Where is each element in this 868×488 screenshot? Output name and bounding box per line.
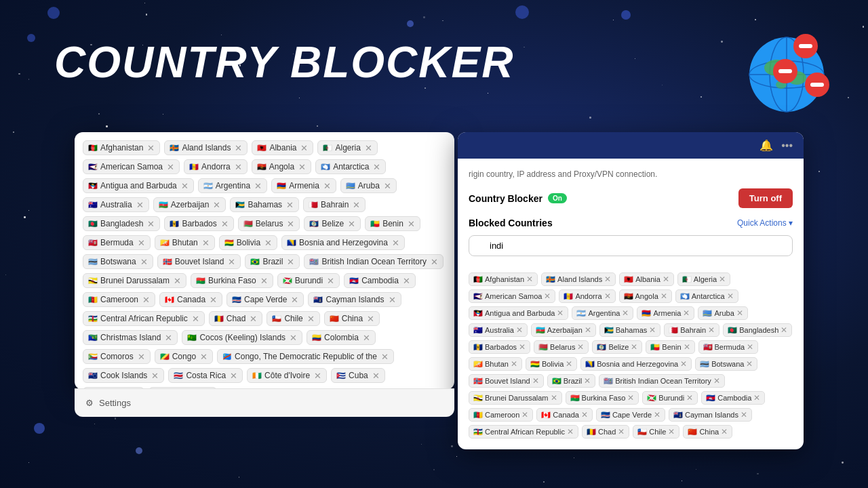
remove-right-tag-button[interactable]: ✕ [519,342,526,352]
remove-right-tag-button[interactable]: ✕ [526,274,533,284]
remove-right-tag-button[interactable]: ✕ [668,427,675,436]
remove-tag-button[interactable]: ✕ [192,314,199,323]
remove-tag-button[interactable]: ✕ [403,277,410,285]
remove-tag-button[interactable]: ✕ [167,163,174,171]
remove-right-tag-button[interactable]: ✕ [511,359,517,369]
remove-tag-button[interactable]: ✕ [210,296,217,304]
flag-icon: 🇦🇷 [576,309,586,318]
search-input[interactable] [469,235,793,256]
remove-right-tag-button[interactable]: ✕ [627,393,634,403]
remove-right-tag-button[interactable]: ✕ [736,308,743,318]
remove-tag-button[interactable]: ✕ [314,371,321,380]
remove-right-tag-button[interactable]: ✕ [567,427,574,436]
remove-right-tag-button[interactable]: ✕ [741,410,747,420]
remove-right-tag-button[interactable]: ✕ [618,427,625,436]
remove-tag-button[interactable]: ✕ [138,352,145,361]
remove-right-tag-button[interactable]: ✕ [577,342,584,352]
turn-off-button[interactable]: Turn off [738,188,793,208]
remove-tag-button[interactable]: ✕ [151,371,159,380]
remove-tag-button[interactable]: ✕ [147,144,155,152]
remove-tag-button[interactable]: ✕ [290,333,297,342]
bell-icon[interactable]: 🔔 [760,139,773,152]
remove-tag-button[interactable]: ✕ [373,163,380,171]
remove-tag-button[interactable]: ✕ [348,220,355,228]
remove-tag-button[interactable]: ✕ [327,277,334,285]
remove-tag-button[interactable]: ✕ [381,352,389,361]
remove-right-tag-button[interactable]: ✕ [551,393,557,403]
remove-tag-button[interactable]: ✕ [235,144,242,152]
remove-right-tag-button[interactable]: ✕ [746,359,753,369]
remove-tag-button[interactable]: ✕ [323,182,331,190]
remove-tag-button[interactable]: ✕ [286,201,294,209]
remove-tag-button[interactable]: ✕ [142,296,150,304]
remove-right-tag-button[interactable]: ✕ [544,291,551,301]
remove-right-tag-button[interactable]: ✕ [708,325,715,335]
remove-right-tag-button[interactable]: ✕ [680,359,687,369]
remove-right-tag-button[interactable]: ✕ [683,308,690,318]
remove-right-tag-button[interactable]: ✕ [622,308,629,318]
remove-tag-button[interactable]: ✕ [213,201,220,209]
remove-right-tag-button[interactable]: ✕ [654,410,660,420]
settings-bar[interactable]: ⚙ Settings [75,388,454,417]
remove-right-tag-button[interactable]: ✕ [604,274,611,284]
remove-tag-button[interactable]: ✕ [260,277,268,285]
remove-right-tag-button[interactable]: ✕ [727,291,734,301]
remove-tag-button[interactable]: ✕ [264,239,272,247]
remove-tag-button[interactable]: ✕ [230,371,237,380]
remove-right-tag-button[interactable]: ✕ [713,376,720,386]
remove-tag-button[interactable]: ✕ [300,144,308,152]
remove-tag-button[interactable]: ✕ [138,239,145,247]
remove-tag-button[interactable]: ✕ [384,182,391,190]
remove-tag-button[interactable]: ✕ [228,258,235,266]
remove-tag-button[interactable]: ✕ [165,333,172,342]
remove-tag-button[interactable]: ✕ [235,163,242,171]
remove-tag-button[interactable]: ✕ [254,182,262,190]
remove-tag-button[interactable]: ✕ [287,258,294,266]
remove-tag-button[interactable]: ✕ [365,144,372,152]
remove-right-tag-button[interactable]: ✕ [660,291,667,301]
more-icon[interactable]: ••• [781,140,793,152]
quick-actions-button[interactable]: Quick Actions ▾ [737,218,793,228]
list-item: 🇧🇩Bangladesh✕ [723,323,792,337]
remove-right-tag-button[interactable]: ✕ [566,359,572,369]
remove-tag-button[interactable]: ✕ [147,220,155,228]
remove-right-tag-button[interactable]: ✕ [721,427,728,436]
remove-tag-button[interactable]: ✕ [372,371,380,380]
remove-right-tag-button[interactable]: ✕ [532,376,539,386]
remove-right-tag-button[interactable]: ✕ [686,393,693,403]
remove-tag-button[interactable]: ✕ [367,314,374,323]
remove-right-tag-button[interactable]: ✕ [719,274,726,284]
remove-tag-button[interactable]: ✕ [250,314,257,323]
remove-right-tag-button[interactable]: ✕ [663,274,669,284]
remove-tag-button[interactable]: ✕ [363,333,370,342]
remove-tag-button[interactable]: ✕ [287,220,294,228]
remove-tag-button[interactable]: ✕ [136,201,144,209]
remove-right-tag-button[interactable]: ✕ [747,342,753,352]
remove-tag-button[interactable]: ✕ [353,201,360,209]
remove-tag-button[interactable]: ✕ [291,296,298,304]
remove-right-tag-button[interactable]: ✕ [684,342,690,352]
remove-tag-button[interactable]: ✕ [181,182,189,190]
remove-right-tag-button[interactable]: ✕ [516,325,523,335]
remove-right-tag-button[interactable]: ✕ [557,308,564,318]
remove-tag-button[interactable]: ✕ [307,314,315,323]
remove-tag-button[interactable]: ✕ [140,258,148,266]
remove-tag-button[interactable]: ✕ [408,220,415,228]
remove-tag-button[interactable]: ✕ [392,239,399,247]
remove-tag-button[interactable]: ✕ [200,352,208,361]
remove-tag-button[interactable]: ✕ [174,277,181,285]
remove-right-tag-button[interactable]: ✕ [585,325,591,335]
remove-right-tag-button[interactable]: ✕ [521,410,528,420]
remove-tag-button[interactable]: ✕ [298,163,306,171]
remove-right-tag-button[interactable]: ✕ [649,325,656,335]
remove-right-tag-button[interactable]: ✕ [631,342,637,352]
remove-tag-button[interactable]: ✕ [221,220,229,228]
remove-tag-button[interactable]: ✕ [202,239,210,247]
remove-right-tag-button[interactable]: ✕ [584,376,591,386]
remove-tag-button[interactable]: ✕ [389,296,396,304]
remove-tag-button[interactable]: ✕ [431,258,438,266]
remove-right-tag-button[interactable]: ✕ [581,410,588,420]
remove-right-tag-button[interactable]: ✕ [604,291,611,301]
remove-right-tag-button[interactable]: ✕ [781,325,787,335]
remove-right-tag-button[interactable]: ✕ [753,393,760,403]
